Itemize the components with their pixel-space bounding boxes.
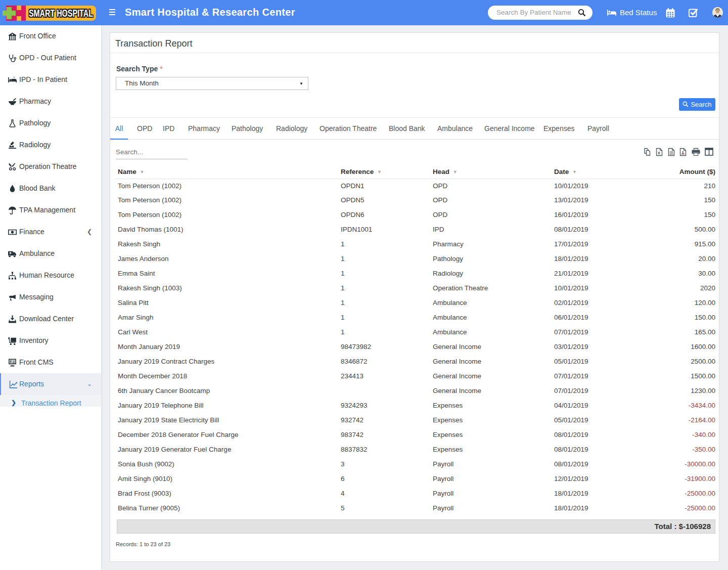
svg-text:x: x xyxy=(658,150,660,155)
